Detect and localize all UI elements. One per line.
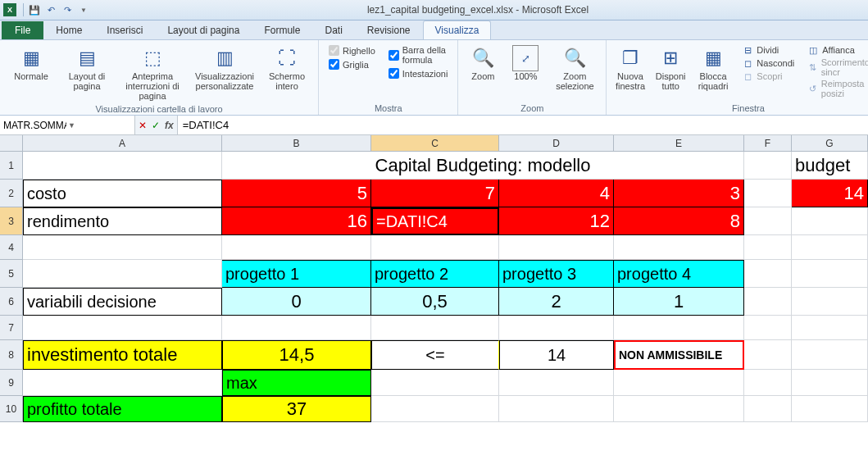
row-header-5[interactable]: 5	[0, 260, 23, 288]
cell-C10[interactable]	[371, 396, 499, 422]
cell-E10[interactable]	[614, 396, 744, 422]
name-box-dropdown-icon[interactable]: ▼	[68, 121, 131, 130]
cell-D8[interactable]: 14	[499, 340, 614, 370]
col-header-D[interactable]: D	[499, 135, 614, 152]
btn-nuova-finestra[interactable]: ❐ Nuova finestra	[611, 43, 648, 93]
btn-blocca-riquadri[interactable]: ▦ Blocca riquadri	[693, 43, 734, 93]
cell-G7[interactable]	[792, 316, 868, 340]
cell-E8[interactable]: NON AMMISSIBILE	[614, 340, 744, 370]
cell-A10[interactable]: profitto totale	[23, 396, 222, 422]
row-header-2[interactable]: 2	[0, 180, 23, 207]
cell-C6[interactable]: 0,5	[371, 288, 499, 316]
chk-righello[interactable]: Righello	[329, 45, 375, 56]
cell-F2[interactable]	[744, 180, 792, 207]
col-header-E[interactable]: E	[614, 135, 744, 152]
btn-disponi-tutto[interactable]: ⊞ Disponi tutto	[652, 43, 689, 93]
btn-scorrimento[interactable]: ⇅Scorrimento sincr	[807, 57, 868, 77]
cell-A2[interactable]: costo	[23, 180, 222, 207]
cell-F5[interactable]	[744, 260, 792, 288]
cancel-formula-button[interactable]: ✕	[139, 120, 147, 131]
redo-icon[interactable]: ↷	[60, 2, 75, 17]
cell-E4[interactable]	[614, 235, 744, 260]
cell-F4[interactable]	[744, 235, 792, 260]
row-header-8[interactable]: 8	[0, 340, 23, 370]
tab-formule[interactable]: Formule	[252, 20, 312, 39]
btn-schermo-intero[interactable]: ⛶ Schermo intero	[261, 43, 313, 93]
col-header-F[interactable]: F	[744, 135, 792, 152]
tab-layout[interactable]: Layout di pagina	[155, 20, 252, 39]
cell-C2[interactable]: 7	[371, 180, 499, 207]
cell-C7[interactable]	[371, 316, 499, 340]
btn-reimposta[interactable]: ↺Reimposta posizi	[807, 79, 868, 98]
cell-A3[interactable]: rendimento	[23, 207, 222, 235]
qat-customize-icon[interactable]: ▼	[76, 2, 91, 17]
btn-zoom-selezione[interactable]: 🔍 Zoom selezione	[548, 43, 601, 93]
cell-D2[interactable]: 4	[499, 180, 614, 207]
btn-zoom-100[interactable]: ⤢ 100%	[506, 43, 545, 83]
cell-B10[interactable]: 37	[222, 396, 371, 422]
row-header-1[interactable]: 1	[0, 152, 23, 180]
cell-G5[interactable]	[792, 260, 868, 288]
col-header-C[interactable]: C	[371, 135, 499, 152]
cell-F9[interactable]	[744, 370, 792, 396]
cell-D5[interactable]: progetto 3	[499, 260, 614, 288]
save-icon[interactable]: 💾	[27, 2, 42, 17]
cell-F7[interactable]	[744, 316, 792, 340]
cell-D6[interactable]: 2	[499, 288, 614, 316]
cell-F1[interactable]	[744, 152, 792, 180]
cell-A7[interactable]	[23, 316, 222, 340]
cell-G3[interactable]	[792, 207, 868, 235]
cell-B2[interactable]: 5	[222, 180, 371, 207]
btn-scopri[interactable]: ◻Scopri	[742, 71, 794, 82]
chk-griglia[interactable]: Griglia	[329, 59, 375, 70]
cell-C5[interactable]: progetto 2	[371, 260, 499, 288]
cell-F6[interactable]	[744, 288, 792, 316]
cell-B9[interactable]: max	[222, 370, 371, 396]
row-header-4[interactable]: 4	[0, 235, 23, 260]
cell-E3[interactable]: 8	[614, 207, 744, 235]
accept-formula-button[interactable]: ✓	[152, 120, 160, 131]
undo-icon[interactable]: ↶	[43, 2, 58, 17]
cell-D4[interactable]	[499, 235, 614, 260]
col-header-B[interactable]: B	[222, 135, 371, 152]
cell-A8[interactable]: investimento totale	[23, 340, 222, 370]
cell-E7[interactable]	[614, 316, 744, 340]
chk-intestazioni[interactable]: Intestazioni	[389, 68, 448, 79]
cell-B4[interactable]	[222, 235, 371, 260]
cell-D9[interactable]	[499, 370, 614, 396]
tab-revisione[interactable]: Revisione	[355, 20, 423, 39]
cell-F10[interactable]	[744, 396, 792, 422]
cell-F3[interactable]	[744, 207, 792, 235]
cell-C9[interactable]	[371, 370, 499, 396]
name-box[interactable]: MATR.SOMMA.PRO... ▼	[0, 116, 135, 134]
chk-barra-formula[interactable]: Barra della formula	[389, 45, 448, 65]
formula-input[interactable]: =DATI!C4	[178, 116, 868, 134]
cell-G9[interactable]	[792, 370, 868, 396]
cell-E9[interactable]	[614, 370, 744, 396]
btn-nascondi[interactable]: ◻Nascondi	[742, 57, 794, 69]
select-all-corner[interactable]	[0, 135, 23, 152]
cell-G6[interactable]	[792, 288, 868, 316]
btn-zoom[interactable]: 🔍 Zoom	[463, 43, 502, 83]
btn-layout-pagina[interactable]: ▤ Layout di pagina	[61, 43, 113, 93]
cell-A6[interactable]: variabili decisione	[23, 288, 222, 316]
row-header-10[interactable]: 10	[0, 396, 23, 422]
cell-A4[interactable]	[23, 235, 222, 260]
col-header-A[interactable]: A	[23, 135, 222, 152]
cell-E5[interactable]: progetto 4	[614, 260, 744, 288]
insert-function-button[interactable]: fx	[165, 120, 174, 131]
file-tab[interactable]: File	[2, 21, 43, 39]
cell-A1[interactable]	[23, 152, 222, 180]
cell-E6[interactable]: 1	[614, 288, 744, 316]
tab-visualizza[interactable]: Visualizza	[423, 20, 492, 39]
cell-G4[interactable]	[792, 235, 868, 260]
cell-G8[interactable]	[792, 340, 868, 370]
btn-anteprima[interactable]: ⬚ Anteprima interruzioni di pagina	[116, 43, 189, 102]
row-header-9[interactable]: 9	[0, 370, 23, 396]
tab-home[interactable]: Home	[43, 20, 94, 39]
btn-normale[interactable]: ▦ Normale	[5, 43, 57, 83]
cell-C8[interactable]: <=	[371, 340, 499, 370]
cell-B5[interactable]: progetto 1	[222, 260, 371, 288]
cell-B7[interactable]	[222, 316, 371, 340]
row-header-3[interactable]: 3	[0, 207, 23, 235]
